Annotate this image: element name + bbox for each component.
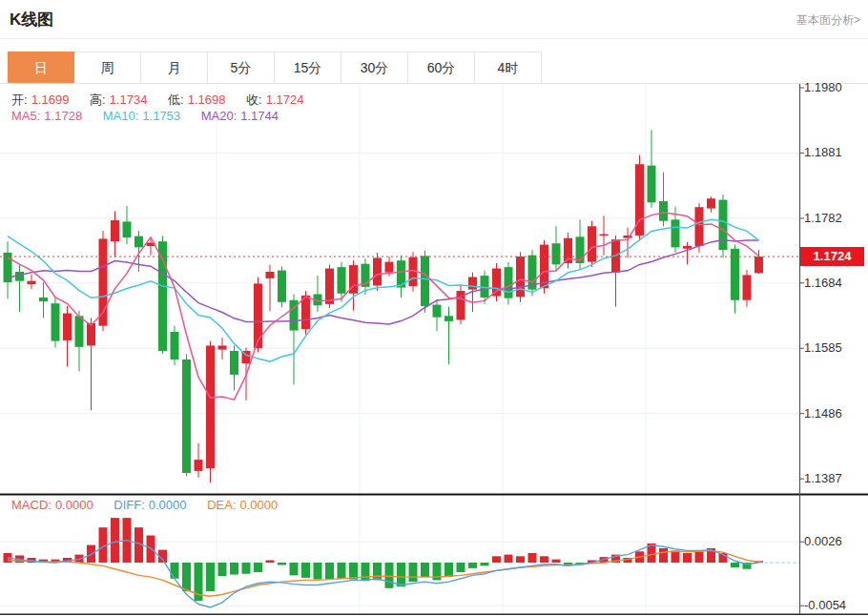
close-label: 收: [246,92,262,107]
ma5-label: MA5: [11,109,40,123]
kline-chart[interactable]: 开:1.1699 高:1.1734 低:1.1698 收:1.1724 MA5:… [0,84,868,616]
diff-value: 0.0000 [149,498,187,512]
tab-15min[interactable]: 15分 [275,51,341,84]
dea-label: DEA: [207,498,236,512]
tab-60min[interactable]: 60分 [408,51,475,84]
ma10-label: MA10: [103,109,139,123]
current-price-tag: 1.1724 [800,247,864,266]
ma20-label: MA20: [201,109,238,123]
open-value: 1.1699 [31,92,70,107]
price-tick-1.1980: 1.1980 [804,80,842,94]
high-label: 高: [90,92,106,107]
price-tick-1.1684: 1.1684 [804,276,842,290]
chart-canvas[interactable] [0,84,868,616]
macd-readout: MACD:0.0000 DIFF:0.0000 DEA:0.0000 [11,498,281,512]
close-value: 1.1724 [266,92,304,107]
tab-week[interactable]: 周 [74,51,141,84]
ma5-value: 1.1728 [44,109,82,123]
ma20-value: 1.1744 [240,109,279,123]
period-tabs: 日周月5分15分30分60分4时 [8,51,542,84]
tab-5min[interactable]: 5分 [208,51,275,84]
high-value: 1.1734 [110,92,148,107]
tab-day[interactable]: 日 [8,51,74,84]
price-tick-1.1585: 1.1585 [804,340,842,355]
low-label: 低: [168,92,184,107]
widget-header: K线图 基本面分析> [0,0,868,39]
dea-value: 0.0000 [240,498,279,512]
page-title: K线图 [10,9,53,31]
macd-label: MACD: [11,498,52,512]
macd-tick--0.0054: -0.0054 [804,598,846,612]
fundamental-analysis-link[interactable]: 基本面分析> [796,12,860,29]
price-tick-1.1782: 1.1782 [804,211,842,225]
open-label: 开: [11,92,28,107]
macd-value: 0.0000 [55,498,93,512]
tab-4hour[interactable]: 4时 [475,51,542,84]
tab-30min[interactable]: 30分 [341,51,408,84]
ohlc-readout: 开:1.1699 高:1.1734 低:1.1698 收:1.1724 [11,92,307,109]
low-value: 1.1698 [188,92,226,107]
macd-tick-0.0026: 0.0026 [804,534,842,548]
ma10-value: 1.1753 [142,109,180,123]
price-tick-1.1881: 1.1881 [804,145,842,159]
tab-month[interactable]: 月 [141,51,208,84]
kline-widget: K线图 基本面分析> 日周月5分15分30分60分4时 开:1.1699 高:1… [0,0,868,616]
price-tick-1.1486: 1.1486 [804,406,842,421]
price-tick-1.1387: 1.1387 [804,471,842,485]
ma-readout: MA5:1.1728 MA10:1.1753 MA20:1.1744 [11,109,282,123]
diff-label: DIFF: [114,498,145,512]
